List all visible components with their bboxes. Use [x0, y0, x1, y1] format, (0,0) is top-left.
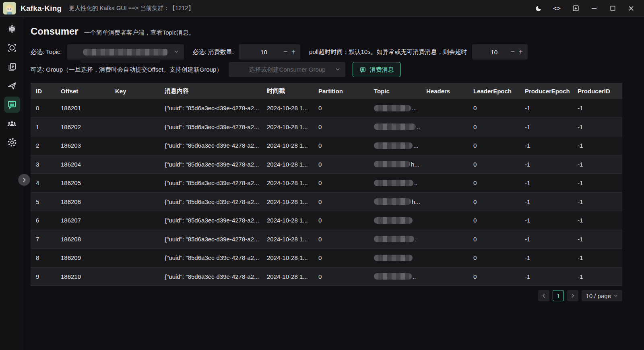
cell-offset: 186203 — [56, 142, 110, 149]
sidebar-item-cluster[interactable] — [4, 21, 20, 37]
table-row[interactable]: 8 186209 {"uuid": "85d6a3ec-d39e-4278-a2… — [31, 249, 622, 268]
topic-suffix: .. — [417, 124, 420, 130]
cell-message: {"uuid": "85d6a3ec-d39e-4278-a2... — [159, 217, 262, 224]
cell-producer-epoch: -1 — [520, 124, 572, 130]
poll-timeout-label: poll超时时间：默认10s。如异常或无可消费消息，则会超时 — [309, 48, 467, 56]
page-size-select[interactable]: 10 / page — [582, 290, 622, 301]
cell-message: {"uuid": "85d6a3ec-d39e-4278-a2... — [159, 254, 262, 261]
poll-decrement-button[interactable]: − — [511, 48, 515, 56]
chevron-down-icon — [613, 293, 618, 298]
cell-id: 5 — [31, 198, 56, 205]
group-select[interactable]: 选择或创建Consumer Group — [229, 62, 345, 77]
topic-suffix: ... — [412, 105, 417, 111]
cell-producer-epoch: -1 — [520, 142, 572, 149]
col-header-topic: Topic — [369, 88, 421, 95]
maximize-button[interactable] — [605, 2, 620, 14]
cell-id: 6 — [31, 217, 56, 224]
topic-label: 必选: Topic: — [31, 48, 62, 56]
cell-topic: ... — [369, 105, 421, 111]
table-row[interactable]: 1 186202 {"uuid": "85d6a3ec-d39e-4278-a2… — [31, 118, 622, 137]
table-row[interactable]: 7 186208 {"uuid": "85d6a3ec-d39e-4278-a2… — [31, 230, 622, 249]
topic-redacted-pill — [374, 124, 416, 130]
count-increment-button[interactable]: + — [291, 48, 295, 56]
cell-id: 2 — [31, 142, 56, 149]
col-header-producer-id: ProducerID — [572, 88, 622, 95]
count-label: 必选: 消费数量: — [193, 48, 234, 56]
cell-leader-epoch: 0 — [468, 254, 520, 261]
cell-producer-epoch: -1 — [520, 236, 572, 243]
cell-id: 0 — [31, 105, 56, 111]
titlebar: Kafka-King 更人性化的 Kafka GUI ==> 当前集群：【121… — [0, 0, 644, 17]
sidebar-item-producer[interactable] — [4, 78, 20, 94]
sidebar-item-groups[interactable] — [4, 115, 20, 132]
app-title: Kafka-King — [21, 4, 62, 13]
consumer-form-row-1: 必选: Topic: 必选: 消费数量: 10 − + poll超时时间：默认1… — [25, 44, 644, 60]
minimize-button[interactable] — [587, 2, 601, 14]
topic-suffix: ... — [413, 142, 419, 149]
next-page-button[interactable] — [567, 290, 578, 301]
sidebar-item-consumer[interactable] — [4, 97, 20, 113]
cell-offset: 186205 — [56, 179, 110, 186]
prev-page-button[interactable] — [538, 290, 549, 301]
theme-toggle-moon-icon[interactable] — [531, 2, 546, 14]
consumer-form-row-2: 可选: Group（一旦选择，消费时会自动提交Offset。支持创建新Group… — [25, 62, 644, 77]
cell-partition: 0 — [313, 236, 369, 243]
cell-message: {"uuid": "85d6a3ec-d39e-4278-a2... — [159, 236, 262, 243]
cell-producer-epoch: -1 — [520, 105, 572, 111]
table-row[interactable]: 9 186210 {"uuid": "85d6a3ec-d39e-4278-a2… — [31, 268, 622, 286]
table-row[interactable]: 3 186204 {"uuid": "85d6a3ec-d39e-4278-a2… — [31, 155, 622, 174]
page-subtitle: 一个简单消费者客户端，查看Topic消息。 — [84, 29, 195, 37]
cell-id: 7 — [31, 236, 56, 243]
cell-topic: ... — [369, 142, 421, 149]
table-row[interactable]: 5 186206 {"uuid": "85d6a3ec-d39e-4278-a2… — [31, 193, 622, 212]
cell-message: {"uuid": "85d6a3ec-d39e-4278-a2... — [159, 198, 262, 205]
cell-leader-epoch: 0 — [468, 273, 520, 280]
window-controls: <> — [531, 2, 644, 14]
cell-partition: 0 — [313, 254, 369, 261]
current-page-button[interactable]: 1 — [553, 290, 564, 301]
table-row[interactable]: 4 186205 {"uuid": "85d6a3ec-d39e-4278-a2… — [31, 174, 622, 193]
cell-message: {"uuid": "85d6a3ec-d39e-4278-a2... — [159, 273, 262, 280]
consume-messages-button[interactable]: 消费消息 — [353, 62, 400, 77]
cell-topic — [369, 217, 421, 224]
poll-increment-button[interactable]: + — [519, 48, 523, 56]
cell-partition: 0 — [313, 142, 369, 149]
sidebar-expand-button[interactable] — [19, 174, 30, 185]
sidebar-item-scan[interactable] — [4, 40, 20, 56]
cell-producer-id: -1 — [572, 198, 622, 205]
topic-redacted-pill — [374, 217, 413, 224]
cell-id: 9 — [31, 273, 56, 280]
table-row[interactable]: 2 186203 {"uuid": "85d6a3ec-d39e-4278-a2… — [31, 136, 622, 155]
topic-select[interactable] — [67, 44, 184, 60]
group-select-placeholder: 选择或创建Consumer Group — [249, 66, 325, 74]
cell-topic: .. — [369, 179, 421, 186]
table-row[interactable]: 0 186201 {"uuid": "85d6a3ec-d39e-4278-a2… — [31, 99, 622, 118]
topic-redacted-pill — [374, 142, 413, 149]
table-header-row: ID Offset Key 消息内容 时间戳 Partition Topic H… — [31, 83, 622, 99]
cell-producer-id: -1 — [572, 254, 622, 261]
count-decrement-button[interactable]: − — [283, 48, 287, 56]
sidebar-item-settings[interactable] — [4, 134, 20, 150]
download-update-icon[interactable] — [568, 2, 583, 14]
cell-topic: h... — [369, 198, 421, 205]
sidebar-item-topics[interactable] — [4, 59, 20, 75]
devtools-icon[interactable]: <> — [550, 2, 564, 14]
cell-timestamp: 2024-10-28 1... — [262, 142, 313, 149]
cell-leader-epoch: 0 — [468, 179, 520, 186]
cell-timestamp: 2024-10-28 1... — [262, 124, 313, 130]
cell-producer-epoch: -1 — [520, 217, 572, 224]
cell-message: {"uuid": "85d6a3ec-d39e-4278-a2... — [159, 124, 262, 130]
consume-count-input[interactable]: 10 − + — [239, 44, 300, 60]
messages-table: ID Offset Key 消息内容 时间戳 Partition Topic H… — [31, 83, 622, 286]
close-button[interactable] — [624, 2, 638, 14]
cell-producer-id: -1 — [572, 273, 622, 280]
cell-id: 3 — [31, 161, 56, 168]
cell-id: 8 — [31, 254, 56, 261]
table-row[interactable]: 6 186207 {"uuid": "85d6a3ec-d39e-4278-a2… — [31, 211, 622, 230]
cell-producer-id: -1 — [572, 179, 622, 186]
topic-redacted-pill — [374, 236, 414, 242]
cell-partition: 0 — [313, 161, 369, 168]
chevron-down-icon — [173, 49, 179, 56]
poll-timeout-input[interactable]: 10 − + — [472, 44, 528, 60]
cell-message: {"uuid": "85d6a3ec-d39e-4278-a2... — [159, 179, 262, 186]
